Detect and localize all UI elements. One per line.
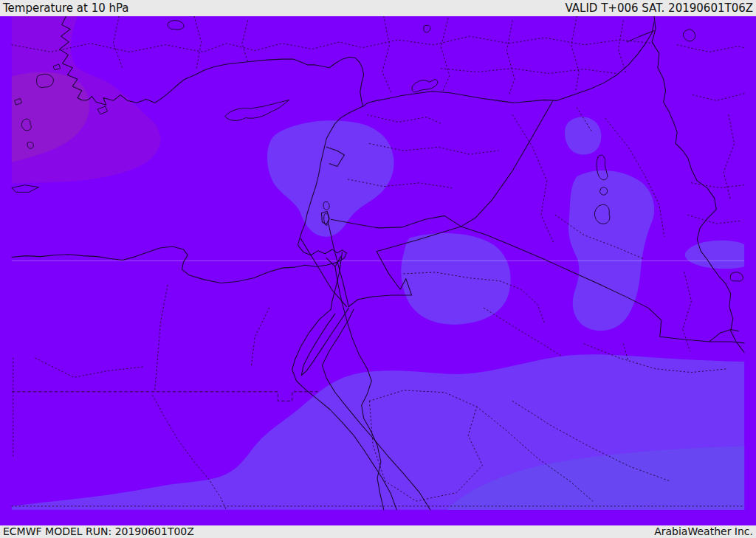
region-warmer-patch-jordan [401,233,510,325]
header-bar: Temperature at 10 hPa VALID T+006 SAT. 2… [0,0,756,16]
valid-time-label: VALID T+006 SAT. 20190601T06Z [566,0,753,16]
weather-map-product: Temperature at 10 hPa VALID T+006 SAT. 2… [0,0,756,538]
footer-bar: ECMWF MODEL RUN: 20190601T00Z ArabiaWeat… [0,525,756,538]
temperature-map [0,16,756,525]
temperature-shading [12,16,744,510]
model-run-label: ECMWF MODEL RUN: 20190601T00Z [3,525,194,538]
map-title: Temperature at 10 hPa [3,0,129,16]
map-canvas [0,16,756,525]
credit-label: ArabiaWeather Inc. [654,525,753,538]
